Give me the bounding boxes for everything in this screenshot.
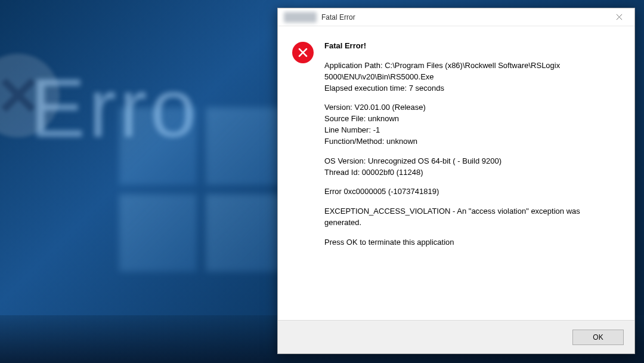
close-icon xyxy=(616,14,623,20)
error-heading: Fatal Error! xyxy=(324,41,617,52)
line-number-text: Line Number: -1 xyxy=(324,125,617,136)
dialog-body: Fatal Error! Application Path: C:\Progra… xyxy=(278,26,634,320)
error-code-text: Error 0xc0000005 (-1073741819) xyxy=(324,186,617,198)
error-dialog: Fatal Error Fatal Error! Application Pat… xyxy=(277,8,635,354)
thread-id-text: Thread Id: 00002bf0 (11248) xyxy=(324,167,617,179)
ok-button[interactable]: OK xyxy=(572,330,624,345)
elapsed-time-text: Elapsed execution time: 7 seconds xyxy=(324,83,617,94)
exception-message-text: EXCEPTION_ACCESS_VIOLATION - An "access … xyxy=(324,206,617,229)
background-windows-logo xyxy=(119,107,286,275)
version-text: Version: V20.01.00 (Release) xyxy=(324,102,617,113)
os-version-text: OS Version: Unrecognized OS 64-bit ( - B… xyxy=(324,156,617,167)
dialog-title: Fatal Error xyxy=(321,13,607,21)
press-ok-text: Press OK to terminate this application xyxy=(324,237,617,248)
app-path-text: Application Path: C:\Program Files (x86)… xyxy=(324,60,617,83)
titlebar-app-icon xyxy=(284,12,317,23)
dialog-titlebar[interactable]: Fatal Error xyxy=(278,8,634,26)
dialog-content: Fatal Error! Application Path: C:\Progra… xyxy=(324,41,617,314)
dialog-footer: OK xyxy=(278,320,634,353)
function-method-text: Function/Method: unknown xyxy=(324,136,617,147)
source-file-text: Source File: unknown xyxy=(324,113,617,125)
close-button[interactable] xyxy=(607,10,631,24)
error-icon xyxy=(292,42,314,63)
